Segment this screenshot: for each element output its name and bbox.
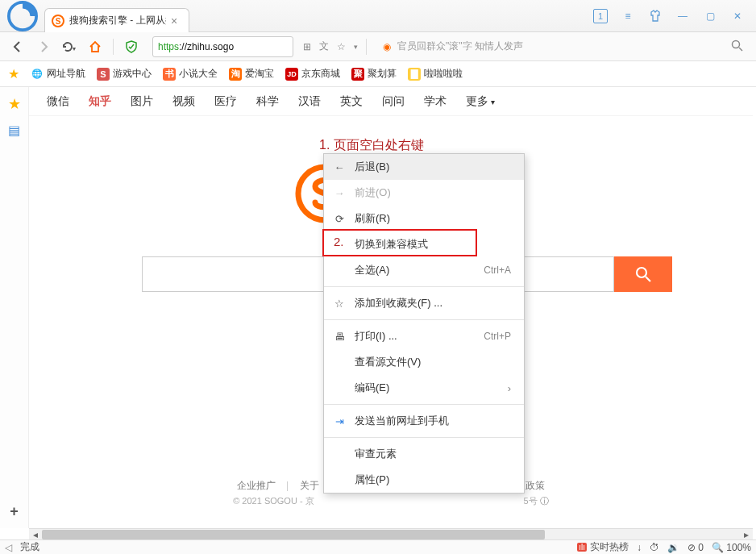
chevron-down-icon[interactable]: ▾ <box>354 43 358 51</box>
site-nav: 微信 知乎 图片 视频 医疗 科学 汉语 英文 问问 学术 更多 <box>29 87 753 116</box>
ctx-label: 查看源文件(V) <box>355 355 516 369</box>
browser-logo <box>0 0 44 31</box>
bookmark-folder[interactable]: ▇啦啦啦啦 <box>408 67 463 81</box>
reading-icon[interactable]: ▤ <box>8 123 20 138</box>
new-tab-icon[interactable]: + <box>10 503 19 520</box>
taobao-icon: 淘 <box>229 68 242 81</box>
ctx-separator <box>324 404 524 405</box>
tab-favicon: S <box>52 15 64 27</box>
scroll-left-icon[interactable]: ◂ <box>29 529 42 539</box>
status-arrow-icon[interactable]: ◁ <box>5 542 12 553</box>
status-mute-icon[interactable]: 🔉 <box>667 542 679 553</box>
maximize-icon[interactable]: ▢ <box>703 9 717 23</box>
nav-item[interactable]: 医疗 <box>214 94 237 109</box>
bookmark-star-icon[interactable]: ★ <box>8 66 19 81</box>
page-footer-links: 企业推广 | 关于 政策 <box>29 479 753 493</box>
reload-button[interactable]: ▾ <box>58 35 81 58</box>
forward-button[interactable] <box>32 35 55 58</box>
scroll-thumb[interactable] <box>42 530 545 539</box>
search-hint-box[interactable]: ◉ 官员回群众"滚"字 知情人发声 <box>375 40 750 54</box>
footer-link[interactable]: 关于 <box>300 480 319 491</box>
bookmark-item[interactable]: 🌐网址导航 <box>31 67 85 81</box>
forward-arrow-icon: → <box>332 187 347 199</box>
nav-item-more[interactable]: 更多 <box>466 94 495 109</box>
star-outline-icon[interactable]: ☆ <box>337 41 346 52</box>
bookmark-label: 啦啦啦啦 <box>424 67 463 81</box>
window-controls: 1 ≡ — ▢ ✕ <box>582 0 756 31</box>
ctx-separator <box>324 437 524 438</box>
window-badge[interactable]: 1 <box>593 9 608 23</box>
close-window-icon[interactable]: ✕ <box>730 9 745 23</box>
page-viewport: 微信 知乎 图片 视频 医疗 科学 汉语 英文 问问 学术 更多 1. 页面空白… <box>29 87 753 528</box>
ctx-separator <box>324 319 524 320</box>
favorites-icon[interactable]: ★ <box>8 95 21 113</box>
ctx-viewsource[interactable]: 查看源文件(V) <box>324 349 524 375</box>
svg-point-3 <box>733 40 740 48</box>
qrcode-icon[interactable]: ⊞ <box>303 41 311 52</box>
ctx-sendphone[interactable]: ⇥ 发送当前网址到手机 <box>324 408 524 434</box>
skin-icon[interactable] <box>648 9 663 23</box>
minimize-icon[interactable]: — <box>675 9 690 23</box>
ctx-refresh[interactable]: ⟳ 刷新(R) <box>324 206 524 231</box>
ctx-print[interactable]: 🖶 打印(I) ... Ctrl+P <box>324 323 524 349</box>
page-copyright: © 2021 SOGOU - 京5号 ⓘ <box>29 495 753 507</box>
ctx-compat-mode[interactable]: 切换到兼容模式 <box>324 231 524 257</box>
tab-close-icon[interactable]: × <box>171 15 177 27</box>
status-hot[interactable]: ılı实时热榜 <box>577 540 629 554</box>
home-button[interactable] <box>84 35 106 58</box>
url-text: https://zhihu.sogo <box>158 41 234 52</box>
ctx-addfav[interactable]: ☆ 添加到收藏夹(F) ... <box>324 290 524 316</box>
status-block[interactable]: ⊘ 0 <box>687 542 704 553</box>
ctx-selectall[interactable]: 全选(A) Ctrl+A <box>324 257 524 283</box>
ctx-label: 审查元素 <box>355 447 516 461</box>
bookmark-item[interactable]: 书小说大全 <box>163 67 218 81</box>
menu-icon[interactable]: ≡ <box>621 9 635 23</box>
ctx-label: 全选(A) <box>355 263 476 277</box>
status-download[interactable]: ↓ <box>637 542 642 553</box>
ctx-encoding[interactable]: 编码(E) › <box>324 375 524 401</box>
print-icon: 🖶 <box>332 331 347 343</box>
status-bar: ◁ 完成 ılı实时热榜 ↓ ⏱ 🔉 ⊘ 0 🔍 100% <box>0 539 756 554</box>
bookmark-label: 京东商城 <box>301 67 340 81</box>
bookmark-item[interactable]: S游戏中心 <box>97 67 152 81</box>
nav-item[interactable]: 图片 <box>131 94 153 109</box>
ctx-inspect[interactable]: 审查元素 <box>324 441 524 467</box>
svg-point-6 <box>637 268 646 277</box>
shield-icon[interactable] <box>120 35 143 58</box>
nav-item[interactable]: 科学 <box>256 94 279 109</box>
translate-icon[interactable]: 文 <box>319 40 329 53</box>
ctx-label: 打印(I) ... <box>355 329 476 344</box>
status-zoom[interactable]: 🔍 100% <box>712 542 751 553</box>
scroll-right-icon[interactable]: ▸ <box>740 529 753 539</box>
back-arrow-icon: ← <box>332 161 347 173</box>
nav-item[interactable]: 英文 <box>340 94 363 109</box>
search-icon[interactable] <box>731 40 750 54</box>
bookmark-item[interactable]: 聚聚划算 <box>351 67 397 81</box>
annotation-step1: 1. 页面空白处右键 <box>319 137 424 154</box>
bookmark-item[interactable]: 淘爱淘宝 <box>229 67 274 81</box>
nav-item[interactable]: 问问 <box>382 94 405 109</box>
search-button[interactable] <box>614 256 672 292</box>
nav-item[interactable]: 视频 <box>172 94 195 109</box>
scroll-track[interactable] <box>42 529 740 539</box>
back-button[interactable] <box>6 35 29 58</box>
ctx-back[interactable]: ← 后退(B) <box>324 154 524 180</box>
nav-item[interactable]: 汉语 <box>298 94 321 109</box>
horizontal-scrollbar[interactable]: ◂ ▸ <box>29 528 753 539</box>
ctx-label: 后退(B) <box>355 160 516 174</box>
title-bar: S 搜狗搜索引擎 - 上网从搜 × 1 ≡ — ▢ ✕ <box>0 0 756 32</box>
ctx-label: 发送当前网址到手机 <box>355 414 516 428</box>
bookmark-label: 游戏中心 <box>113 67 152 81</box>
svg-line-4 <box>739 48 742 51</box>
footer-link[interactable]: 政策 <box>525 480 545 491</box>
chevron-right-icon: › <box>508 382 516 394</box>
status-speed[interactable]: ⏱ <box>650 542 659 553</box>
nav-item[interactable]: 学术 <box>424 94 447 109</box>
ctx-label: 切换到兼容模式 <box>355 237 516 252</box>
nav-item[interactable]: 微信 <box>47 94 69 109</box>
nav-item-active[interactable]: 知乎 <box>89 94 111 109</box>
bookmark-item[interactable]: JD京东商城 <box>285 67 340 81</box>
url-input[interactable]: https://zhihu.sogo <box>152 36 293 57</box>
footer-link[interactable]: 企业推广 <box>237 480 276 491</box>
tab-active[interactable]: S 搜狗搜索引擎 - 上网从搜 × <box>44 8 189 32</box>
